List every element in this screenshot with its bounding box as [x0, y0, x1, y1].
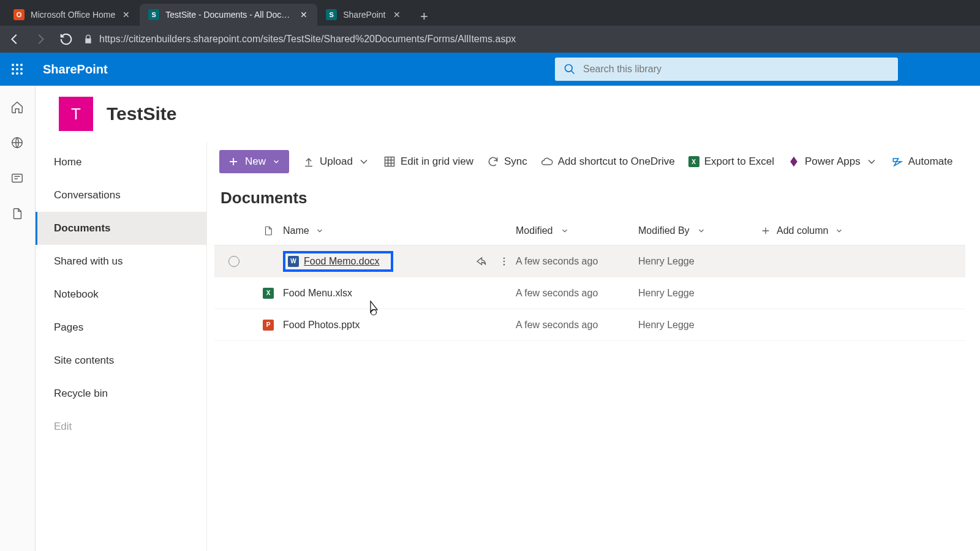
news-icon[interactable]	[10, 171, 25, 186]
power-apps-button[interactable]: Power Apps	[788, 156, 878, 168]
site-title[interactable]: TestSite	[107, 103, 176, 124]
more-icon[interactable]	[499, 256, 516, 267]
export-excel-label: Export to Excel	[704, 156, 774, 168]
sidenav-item-home[interactable]: Home	[36, 146, 206, 179]
table-header: Name Modified Modified By	[214, 216, 965, 246]
home-icon[interactable]	[10, 100, 25, 115]
cell-modified-by[interactable]: Henry Legge	[638, 320, 761, 331]
site-logo[interactable]: T	[59, 97, 93, 131]
search-input[interactable]	[583, 64, 889, 75]
globe-icon[interactable]	[10, 136, 25, 151]
upload-icon	[303, 156, 315, 168]
row-select[interactable]	[228, 256, 239, 267]
close-icon[interactable]: ✕	[392, 10, 402, 20]
header-filetype-icon[interactable]	[254, 225, 283, 236]
sidenav-item-conversations[interactable]: Conversations	[36, 179, 206, 212]
svg-point-7	[16, 72, 18, 75]
close-icon[interactable]: ✕	[121, 10, 131, 20]
url-field[interactable]: https://citizenbuilders.sharepoint.com/s…	[83, 34, 516, 45]
svg-point-0	[12, 64, 14, 66]
sidenav-item-documents[interactable]: Documents	[36, 212, 206, 245]
site-nav: Home Conversations Documents Shared with…	[36, 142, 207, 551]
forward-button[interactable]	[32, 31, 49, 48]
sidenav-item-edit[interactable]: Edit	[36, 410, 206, 443]
documents-table: Name Modified Modified By	[214, 216, 965, 341]
sync-icon	[487, 156, 499, 168]
table-row[interactable]: W Food Memo.docx A few seconds ago	[214, 246, 965, 277]
command-bar: New Upload Edit in grid view Sync	[214, 142, 965, 176]
share-icon[interactable]	[475, 256, 492, 267]
favicon-office: O	[13, 9, 24, 20]
header-modified-by[interactable]: Modified By	[638, 225, 761, 236]
sidenav-item-recycle-bin[interactable]: Recycle bin	[36, 377, 206, 410]
sidenav-item-notebook[interactable]: Notebook	[36, 278, 206, 311]
svg-point-4	[16, 68, 18, 70]
add-shortcut-button[interactable]: Add shortcut to OneDrive	[541, 156, 675, 168]
header-modified-label: Modified	[516, 225, 552, 236]
header-modified[interactable]: Modified	[516, 225, 638, 236]
chevron-down-icon	[272, 157, 281, 166]
search-icon	[564, 63, 576, 75]
file-name[interactable]: Food Photos.pptx	[283, 320, 360, 331]
sync-label: Sync	[504, 156, 527, 168]
app-launcher-icon[interactable]	[9, 61, 26, 78]
file-name[interactable]: Food Menu.xlsx	[283, 288, 352, 299]
new-tab-button[interactable]: +	[415, 7, 434, 26]
cell-modified: A few seconds ago	[516, 288, 638, 299]
browser-tab[interactable]: O Microsoft Office Home ✕	[5, 4, 140, 26]
chevron-down-icon	[315, 227, 324, 235]
svg-point-5	[20, 68, 23, 70]
svg-point-15	[503, 264, 505, 265]
back-button[interactable]	[6, 31, 23, 48]
sidenav-item-pages[interactable]: Pages	[36, 311, 206, 344]
search-box[interactable]	[555, 58, 898, 81]
table-row[interactable]: P Food Photos.pptx A few seconds ago Hen…	[214, 309, 965, 341]
favicon-sharepoint: S	[148, 9, 159, 20]
export-excel-button[interactable]: X Export to Excel	[688, 156, 774, 168]
svg-rect-11	[12, 174, 22, 182]
svg-point-14	[503, 260, 505, 261]
header-modified-by-label: Modified By	[638, 225, 690, 236]
svg-point-2	[20, 64, 23, 66]
highlight-box: W Food Memo.docx	[283, 251, 393, 272]
svg-point-8	[20, 72, 23, 75]
cell-modified-by[interactable]: Henry Legge	[638, 256, 761, 267]
edit-grid-button[interactable]: Edit in grid view	[383, 156, 473, 168]
reload-button[interactable]	[58, 31, 75, 48]
svg-rect-12	[385, 157, 394, 167]
file-link[interactable]: Food Memo.docx	[304, 256, 380, 267]
cell-modified: A few seconds ago	[516, 320, 638, 331]
files-icon[interactable]	[10, 207, 25, 222]
table-row[interactable]: X Food Menu.xlsx A few seconds ago Henry…	[214, 277, 965, 309]
browser-tab[interactable]: S SharePoint ✕	[317, 4, 410, 26]
favicon-sharepoint: S	[326, 9, 337, 20]
upload-button[interactable]: Upload	[303, 156, 370, 168]
sidenav-item-site-contents[interactable]: Site contents	[36, 344, 206, 377]
chevron-down-icon	[697, 227, 706, 235]
svg-point-9	[565, 65, 573, 72]
sharepoint-brand[interactable]: SharePoint	[43, 62, 108, 77]
upload-label: Upload	[320, 156, 353, 168]
header-name[interactable]: Name	[283, 225, 516, 236]
close-icon[interactable]: ✕	[299, 10, 309, 20]
url-text: https://citizenbuilders.sharepoint.com/s…	[99, 34, 516, 45]
grid-icon	[383, 156, 396, 168]
svg-point-13	[503, 257, 505, 258]
sharepoint-header: SharePoint	[0, 53, 980, 86]
tab-title: TestSite - Documents - All Docum	[165, 10, 293, 20]
svg-point-1	[16, 64, 18, 66]
sync-button[interactable]: Sync	[487, 156, 527, 168]
plus-icon	[228, 156, 239, 167]
sidenav-item-shared[interactable]: Shared with us	[36, 245, 206, 278]
header-add-column[interactable]: Add column	[761, 225, 965, 236]
lock-icon	[83, 34, 93, 44]
page-title: Documents	[214, 176, 965, 216]
browser-tab-active[interactable]: S TestSite - Documents - All Docum ✕	[140, 4, 317, 26]
cell-modified-by[interactable]: Henry Legge	[638, 288, 761, 299]
new-button[interactable]: New	[219, 150, 289, 173]
power-apps-label: Power Apps	[805, 156, 861, 168]
plus-icon	[761, 226, 771, 236]
automate-button[interactable]: Automate	[891, 156, 953, 168]
svg-point-3	[12, 68, 14, 70]
excel-icon: X	[263, 288, 274, 299]
